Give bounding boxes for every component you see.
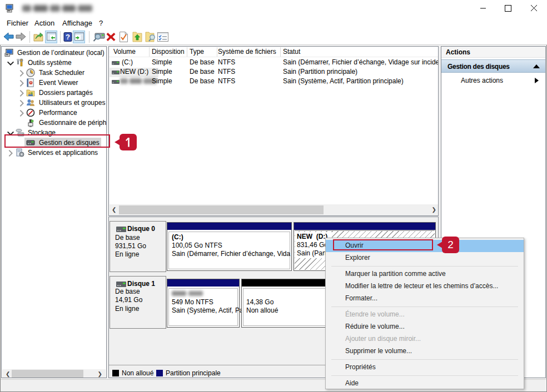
svg-text:?: ? (66, 33, 70, 41)
